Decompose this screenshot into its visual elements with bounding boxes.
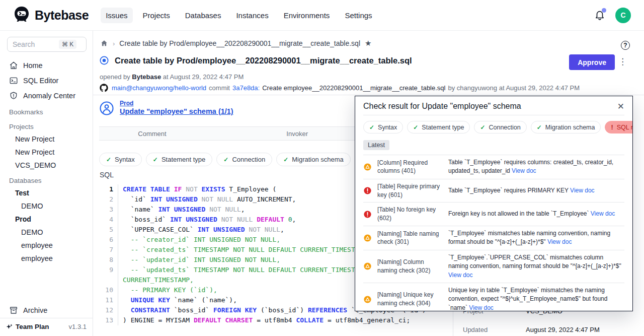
vcs-commit-link[interactable]: 3a7e8da: — [232, 84, 260, 92]
check-pill-migration-schema[interactable]: ✓Migration schema — [531, 121, 601, 133]
sidebar-section-bookmarks: Bookmarks — [0, 103, 93, 118]
sidebar-project-item[interactable]: New Project — [0, 146, 93, 159]
line-number: 13 — [99, 315, 118, 325]
sidebar-db-item[interactable]: employee — [0, 252, 93, 265]
code-text: `UPPER_CASE_COL` INT UNSIGNED NOT NULL, — [118, 225, 284, 235]
code-line: 13) ENGINE = MYISAM DEFAULT CHARSET = ut… — [99, 315, 449, 325]
sql-section-label: SQL — [100, 171, 114, 179]
sidebar-item-anomaly-center[interactable]: Anomaly Center — [0, 88, 93, 103]
sidebar-section-databases: Databases — [0, 172, 93, 186]
search-box[interactable]: ⌘ K — [7, 37, 87, 52]
check-pill-connection[interactable]: ✓Connection — [474, 121, 526, 133]
plan-name: Team Plan — [16, 323, 49, 330]
avatar[interactable]: C — [615, 8, 631, 23]
check-pill-statement-type[interactable]: ✓Statement type — [146, 153, 213, 166]
view-doc-link[interactable]: View doc — [547, 238, 572, 245]
sidebar-item-home[interactable]: Home — [0, 58, 93, 73]
notifications-bell-icon[interactable] — [594, 10, 605, 21]
code-text: -- PRIMARY KEY (`id`), — [118, 285, 217, 295]
pass-check-icon: ✓ — [413, 124, 418, 131]
sidebar-db-group[interactable]: Test — [0, 186, 93, 199]
sidebar-item-sql-editor[interactable]: SQL Editor — [0, 73, 93, 88]
close-icon[interactable]: ✕ — [617, 102, 624, 111]
check-pill-sql-review[interactable]: !SQL review — [605, 121, 633, 133]
view-doc-link[interactable]: View doc — [469, 304, 493, 311]
nav-item-settings[interactable]: Settings — [340, 8, 377, 23]
nav-item-projects[interactable]: Projects — [138, 8, 175, 23]
home-breadcrumb-icon[interactable] — [100, 39, 108, 47]
check-pill-syntax[interactable]: ✓Syntax — [99, 153, 142, 166]
sidebar-db-item[interactable]: employee — [0, 239, 93, 252]
line-number: 6 — [99, 235, 118, 245]
bookmark-star-icon[interactable]: ★ — [365, 39, 371, 48]
sidebar-project-item[interactable]: New Project — [0, 132, 93, 146]
nav-item-instances[interactable]: Instances — [231, 8, 273, 23]
warning-icon — [363, 234, 372, 242]
breadcrumb-separator: › — [113, 40, 115, 47]
pass-check-icon: ✓ — [153, 156, 158, 163]
shield-icon — [9, 91, 18, 100]
property-value: August 29, 2022 4:47 PM — [526, 326, 600, 333]
check-pill-label: Statement type — [162, 156, 205, 163]
sidebar-project-item[interactable]: VCS_DEMO — [0, 159, 93, 172]
finding-row: [Naming] Column naming check (302)`T_Emp… — [363, 250, 624, 283]
nav-item-issues[interactable]: Issues — [101, 8, 132, 23]
property-label: Updated — [463, 326, 488, 333]
sidebar-section-projects: Projects — [0, 118, 93, 132]
archive-icon — [9, 306, 18, 315]
brand[interactable]: Bytebase — [13, 6, 89, 25]
view-doc-link[interactable]: View doc — [512, 167, 536, 174]
check-pill-migration-schema[interactable]: ✓Migration schema — [276, 153, 351, 166]
line-number: 12 — [99, 305, 118, 315]
view-doc-link[interactable]: View doc — [448, 272, 472, 279]
finding-rule: [Table] No foreign key (602) — [377, 206, 443, 223]
code-text: `boss_id` INT UNSIGNED NOT NULL DEFAULT … — [118, 215, 296, 225]
approve-button[interactable]: Approve — [569, 54, 615, 70]
main-nav: IssuesProjectsDatabasesInstancesEnvironm… — [101, 8, 377, 23]
check-pill-syntax[interactable]: ✓Syntax — [363, 121, 403, 133]
check-pill-connection[interactable]: ✓Connection — [216, 153, 272, 166]
finding-description: Foreign key is not allowed in the table … — [448, 210, 624, 218]
check-pill-statement-type[interactable]: ✓Statement type — [407, 121, 470, 133]
more-options-icon[interactable]: ⋮ — [618, 56, 627, 68]
sparkle-icon — [5, 323, 13, 331]
view-doc-link[interactable]: View doc — [570, 187, 594, 194]
sidebar-db-item[interactable]: DEMO — [0, 226, 93, 239]
help-icon[interactable]: ? — [621, 41, 630, 50]
search-input[interactable] — [13, 40, 56, 48]
breadcrumb-link[interactable]: Create table by Prod/employee__202208290… — [119, 39, 360, 47]
finding-row: [Column] Required columns (401)Table `T_… — [363, 155, 624, 179]
pass-check-icon: ✓ — [480, 124, 485, 131]
sidebar-db-item[interactable]: DEMO — [0, 199, 93, 213]
stage-task-link[interactable]: Update "employee" schema (1/1) — [120, 107, 233, 115]
line-number: 4 — [99, 215, 118, 225]
vcs-commit-message: Create employee__202208290001__migrate__… — [262, 84, 445, 92]
finding-row: [Table] No foreign key (602)Foreign key … — [363, 203, 624, 226]
opened-line: opened by Bytebase at August 29, 2022 4:… — [100, 73, 244, 81]
divider — [93, 95, 644, 95]
line-number: 11 — [99, 295, 118, 305]
check-pill-label: Connection — [489, 124, 520, 131]
line-number: 3 — [99, 205, 118, 215]
sidebar-db-group[interactable]: Prod — [0, 213, 93, 226]
breadcrumb: › Create table by Prod/employee__2022082… — [100, 39, 371, 48]
vcs-commit-meta: by changyuwong at August 29, 2022 4:47 P… — [448, 84, 580, 92]
view-doc-link[interactable]: View doc — [591, 210, 615, 217]
sidebar: ⌘ K HomeSQL EditorAnomaly CenterBookmark… — [0, 31, 93, 336]
pass-check-icon: ✓ — [537, 124, 542, 131]
sidebar-item-archive[interactable]: Archive — [0, 303, 93, 318]
stage-env-link[interactable]: Prod — [120, 100, 233, 107]
stage-block: Prod Update "employee" schema (1/1) — [99, 100, 233, 116]
nav-item-environments[interactable]: Environments — [279, 8, 335, 23]
finding-rule: [Table] Require primary key (601) — [377, 182, 443, 199]
nav-item-databases[interactable]: Databases — [180, 8, 226, 23]
warning-icon — [363, 163, 372, 171]
vcs-branch-link[interactable]: main@changyuwong/hello-world — [112, 84, 206, 92]
check-pill-label: Migration schema — [545, 124, 595, 131]
pass-check-icon: ✓ — [369, 124, 374, 131]
plan-footer[interactable]: Team Plan v1.3.1 — [0, 318, 93, 335]
code-text: CREATE TABLE IF NOT EXISTS T_Employee ( — [118, 184, 276, 194]
finding-description: Table `T_Employee` requires columns: cre… — [448, 158, 624, 176]
line-number: 2 — [99, 194, 118, 205]
finding-row: [Naming] Unique key naming check (304)Un… — [363, 283, 624, 311]
